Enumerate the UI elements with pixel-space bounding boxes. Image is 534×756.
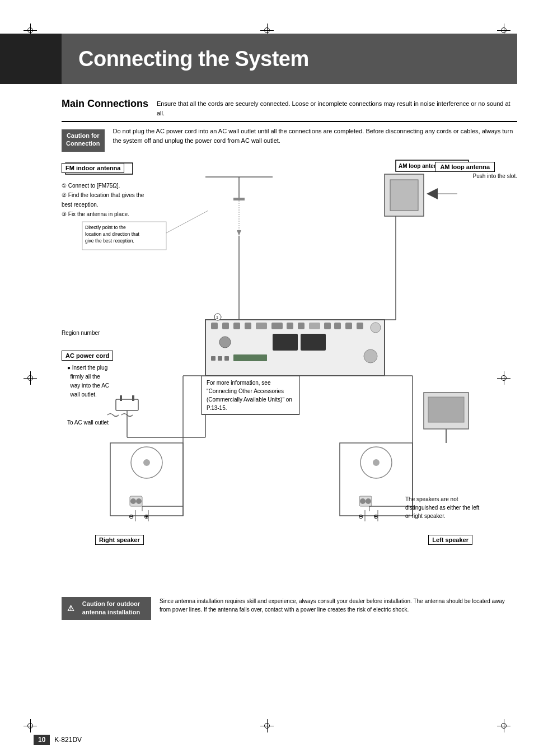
svg-rect-38 [218, 356, 222, 361]
caution-outdoor-text: Since antenna installation requires skil… [160, 597, 517, 614]
svg-rect-48 [132, 395, 134, 401]
caution-outdoor-label: Caution for outdoor antenna installation [77, 600, 146, 617]
svg-rect-40 [233, 354, 267, 361]
fm-steps: ① Connect to [FM75Ω]. ② Find the locatio… [62, 181, 151, 219]
caution-connection-box: Caution for Connection [62, 129, 105, 152]
svg-point-67 [360, 498, 366, 504]
svg-rect-19 [211, 323, 218, 329]
svg-rect-4 [233, 198, 245, 200]
svg-rect-20 [222, 323, 229, 329]
svg-rect-25 [287, 323, 293, 329]
warning-icon: ⚠ [67, 603, 74, 614]
svg-text:give the best reception.: give the best reception. [85, 238, 134, 244]
svg-point-36 [364, 349, 377, 363]
ac-power-step: ● Insert the plug firmly all the way int… [67, 363, 109, 399]
diagram-area: FM indoor antenna Directly point to the … [62, 157, 517, 594]
svg-rect-30 [345, 323, 352, 329]
svg-rect-82 [428, 397, 464, 422]
section-header: Main Connections Ensure that all the cor… [62, 98, 517, 122]
fm-indoor-antenna-label: FM indoor antenna [62, 163, 124, 173]
svg-marker-14 [427, 188, 438, 199]
bottom-caution-area: ⚠ Caution for outdoor antenna installati… [62, 597, 517, 620]
svg-point-55 [143, 459, 150, 466]
caution-connection-text: Do not plug the AC power cord into an AC… [113, 127, 518, 145]
svg-rect-29 [334, 323, 341, 329]
svg-marker-6 [237, 230, 241, 236]
ac-power-steps: ● Insert the plug firmly all the way int… [67, 363, 109, 399]
svg-rect-32 [371, 323, 381, 333]
svg-rect-23 [256, 323, 267, 329]
content-area: Main Connections Ensure that all the cor… [62, 98, 517, 722]
right-speaker-box: Right speaker [95, 535, 144, 545]
svg-rect-47 [120, 395, 122, 401]
am-push-text: Push into the slot. [473, 173, 518, 179]
ac-outlet-label: To AC wall outlet [67, 419, 109, 426]
page-number: 10 [34, 735, 50, 745]
header-black-bar [0, 34, 67, 84]
fm-step2: ② Find the location that gives the best … [62, 190, 151, 209]
svg-text:1: 1 [216, 315, 218, 319]
ac-power-label: AC power cord [62, 351, 113, 361]
svg-rect-13 [390, 180, 418, 211]
svg-point-68 [366, 498, 371, 504]
ac-power-cord-label: AC power cord [62, 351, 113, 361]
svg-point-58 [136, 498, 142, 504]
fm-step3: ③ Fix the antenna in place. [62, 209, 151, 219]
svg-rect-26 [298, 323, 305, 329]
svg-rect-33 [273, 334, 298, 351]
svg-rect-21 [233, 323, 240, 329]
fm-step1: ① Connect to [FM75Ω]. [62, 181, 151, 190]
svg-rect-24 [271, 323, 283, 329]
svg-rect-39 [224, 356, 229, 361]
svg-text:Directly point to the: Directly point to the [85, 225, 126, 230]
speakers-note: The speakers are not distinguished as ei… [405, 495, 484, 520]
accessories-note: For more information, see "Connecting Ot… [202, 376, 299, 415]
svg-text:location and direction that: location and direction that [85, 231, 140, 237]
page-title: Connecting the System [78, 47, 309, 71]
left-speaker-box: Left speaker [428, 535, 472, 545]
svg-point-57 [130, 498, 136, 504]
section-description: Ensure that all the cords are securely c… [157, 98, 517, 118]
svg-line-11 [166, 211, 208, 233]
svg-rect-46 [116, 399, 138, 410]
svg-rect-28 [324, 323, 331, 329]
svg-rect-27 [309, 323, 320, 329]
svg-rect-31 [357, 323, 363, 329]
caution-outdoor-box: ⚠ Caution for outdoor antenna installati… [62, 597, 151, 620]
left-speaker-label: Left speaker [428, 535, 472, 545]
am-antenna-label: AM loop antenna [435, 162, 495, 172]
model-number: K-821DV [54, 736, 82, 744]
svg-rect-37 [211, 356, 216, 361]
svg-text:⊖: ⊖ [358, 513, 363, 520]
region-number-label: Region number [62, 330, 100, 336]
section-title: Main Connections [62, 98, 151, 110]
page-title-area: Connecting the System [62, 34, 517, 84]
svg-point-65 [373, 459, 380, 466]
svg-point-35 [219, 337, 231, 348]
svg-text:⊖: ⊖ [129, 513, 134, 520]
svg-rect-22 [245, 323, 251, 329]
svg-rect-34 [301, 334, 326, 351]
right-speaker-label: Right speaker [95, 535, 144, 545]
page-number-area: 10 K-821DV [34, 735, 82, 745]
fm-antenna-label: FM indoor antenna [62, 163, 124, 173]
